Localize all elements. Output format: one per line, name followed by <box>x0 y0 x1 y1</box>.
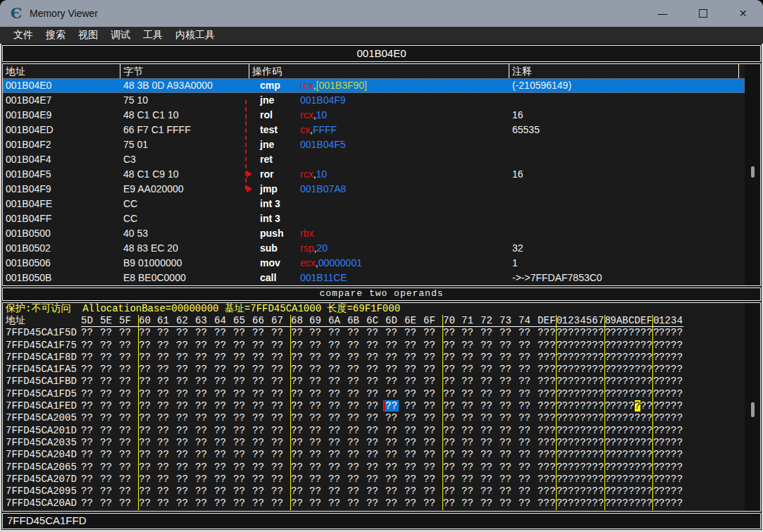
hex-byte-cell[interactable]: ?? <box>233 497 252 509</box>
hex-byte-cell[interactable]: ?? <box>195 425 214 437</box>
hex-byte-cell[interactable]: ?? <box>423 462 442 474</box>
disasm-row[interactable]: 001B04F275 01jne001B04F5 <box>3 137 745 152</box>
hex-byte-cell[interactable]: ?? <box>81 376 100 388</box>
ascii-cell[interactable]: ? <box>664 388 671 400</box>
ascii-cell[interactable]: ? <box>622 327 628 339</box>
hex-byte-cell[interactable]: ?? <box>328 474 347 485</box>
ascii-cell[interactable]: ? <box>562 437 568 449</box>
hex-byte-cell[interactable]: ?? <box>252 340 271 352</box>
ascii-cell[interactable]: ? <box>647 485 653 497</box>
disasm-row[interactable]: 001B04FFCCint 3 <box>3 211 745 226</box>
ascii-cell[interactable]: ? <box>598 485 604 497</box>
hex-byte-cell[interactable]: ?? <box>442 425 461 437</box>
ascii-cell[interactable]: ? <box>628 497 635 509</box>
hex-byte-cell[interactable]: ?? <box>385 485 404 497</box>
ascii-cell[interactable]: ? <box>574 412 581 424</box>
ascii-cell[interactable]: ? <box>538 388 544 400</box>
ascii-cell[interactable]: ? <box>556 376 562 388</box>
hex-byte-cell[interactable]: ?? <box>442 497 461 509</box>
ascii-cell[interactable]: ? <box>652 400 659 412</box>
ascii-cell[interactable]: ? <box>640 376 647 388</box>
ascii-cell[interactable]: ? <box>664 376 671 388</box>
hex-row[interactable]: 7FFD45CA1FA5????????????????????????????… <box>3 364 760 376</box>
menu-item-5[interactable]: 内核工具 <box>169 27 221 43</box>
hex-row[interactable]: 7FFD45CA1FBD????????????????????????????… <box>3 376 760 388</box>
ascii-cell[interactable]: ? <box>652 437 659 449</box>
ascii-cell[interactable]: ? <box>628 364 635 376</box>
hex-byte-cell[interactable]: ?? <box>290 497 309 509</box>
hex-row[interactable]: 7FFD45CA1F75????????????????????????????… <box>3 340 760 352</box>
ascii-cell[interactable]: ? <box>659 376 665 388</box>
hex-byte-cell[interactable]: ?? <box>328 462 347 474</box>
ascii-cell[interactable]: ? <box>580 364 586 376</box>
hex-byte-cell[interactable]: ?? <box>480 485 500 497</box>
disasm-row[interactable]: 001B04F4C3ret <box>3 152 745 167</box>
hex-byte-cell[interactable]: ?? <box>176 485 195 497</box>
ascii-cell[interactable]: ? <box>598 400 604 412</box>
hex-byte-cell[interactable]: ?? <box>214 437 233 449</box>
ascii-cell[interactable]: ? <box>628 340 635 352</box>
hex-byte-cell[interactable]: ?? <box>195 412 214 424</box>
ascii-cell[interactable]: ? <box>562 376 568 388</box>
hex-byte-cell[interactable]: ?? <box>138 400 157 412</box>
ascii-cell[interactable]: ? <box>647 425 653 437</box>
hex-byte-cell[interactable]: ?? <box>119 352 138 364</box>
hexview-scrollbar-thumb[interactable] <box>751 402 755 417</box>
hex-byte-cell[interactable]: ?? <box>347 388 366 400</box>
hex-byte-cell[interactable]: ?? <box>119 425 138 437</box>
hex-byte-cell[interactable]: ?? <box>138 376 157 388</box>
ascii-cell[interactable]: ? <box>659 474 665 485</box>
ascii-cell[interactable]: ? <box>677 462 683 474</box>
hex-byte-cell[interactable]: ?? <box>214 340 233 352</box>
ascii-cell[interactable]: ? <box>647 376 653 388</box>
ascii-cell[interactable]: ? <box>622 485 628 497</box>
ascii-cell[interactable]: ? <box>586 474 593 485</box>
minimize-button[interactable]: — <box>643 0 683 27</box>
hex-byte-cell[interactable]: ?? <box>385 388 404 400</box>
ascii-cell[interactable]: ? <box>544 327 550 339</box>
hex-byte-cell[interactable]: ?? <box>347 412 366 424</box>
ascii-cell[interactable]: ? <box>574 474 581 485</box>
ascii-cell[interactable]: ? <box>568 497 574 509</box>
ascii-cell[interactable]: ? <box>574 376 581 388</box>
hex-byte-cell[interactable]: ?? <box>100 376 119 388</box>
ascii-cell[interactable]: ? <box>586 388 593 400</box>
hex-byte-cell[interactable]: ?? <box>328 340 347 352</box>
hex-byte-cell[interactable]: ?? <box>252 388 271 400</box>
hex-row[interactable]: 7FFD45CA2065????????????????????????????… <box>3 462 760 474</box>
ascii-cell[interactable]: ? <box>550 388 556 400</box>
ascii-cell[interactable]: ? <box>574 352 581 364</box>
ascii-cell[interactable]: ? <box>616 412 623 424</box>
hex-byte-cell[interactable]: ?? <box>461 497 480 509</box>
ascii-cell[interactable]: ? <box>562 449 568 461</box>
ascii-cell[interactable]: ? <box>610 388 616 400</box>
ascii-cell[interactable]: ? <box>550 485 556 497</box>
ascii-cell[interactable]: ? <box>574 485 581 497</box>
ascii-cell[interactable]: ? <box>640 340 647 352</box>
ascii-cell[interactable]: ? <box>568 352 574 364</box>
ascii-cell[interactable]: ? <box>616 388 623 400</box>
ascii-cell[interactable]: ? <box>647 340 653 352</box>
hex-byte-cell[interactable]: ?? <box>233 412 252 424</box>
hex-byte-cell[interactable]: ?? <box>290 340 309 352</box>
hex-byte-cell[interactable]: ?? <box>519 449 538 461</box>
ascii-cell[interactable]: ? <box>580 327 586 339</box>
ascii-cell[interactable]: ? <box>671 425 677 437</box>
hex-byte-cell[interactable]: ?? <box>366 437 385 449</box>
ascii-cell[interactable]: ? <box>598 462 604 474</box>
ascii-cell[interactable]: ? <box>598 340 604 352</box>
ascii-cell[interactable]: ? <box>574 425 581 437</box>
hex-byte-cell[interactable]: ?? <box>519 388 538 400</box>
hex-byte-cell[interactable]: ?? <box>214 352 233 364</box>
ascii-cell[interactable]: ? <box>635 497 641 509</box>
ascii-cell[interactable]: ? <box>635 352 641 364</box>
disasm-row[interactable]: 001B04F9E9 AA020000jmp001B07A8 <box>3 182 745 197</box>
hex-byte-cell[interactable]: ?? <box>328 497 347 509</box>
ascii-cell[interactable]: ? <box>610 425 616 437</box>
ascii-cell[interactable]: ? <box>664 425 671 437</box>
ascii-cell[interactable]: ? <box>604 425 611 437</box>
ascii-cell[interactable]: ? <box>640 437 647 449</box>
ascii-cell[interactable]: ? <box>671 352 677 364</box>
hex-byte-cell[interactable]: ?? <box>119 412 138 424</box>
ascii-cell[interactable]: ? <box>677 497 683 509</box>
